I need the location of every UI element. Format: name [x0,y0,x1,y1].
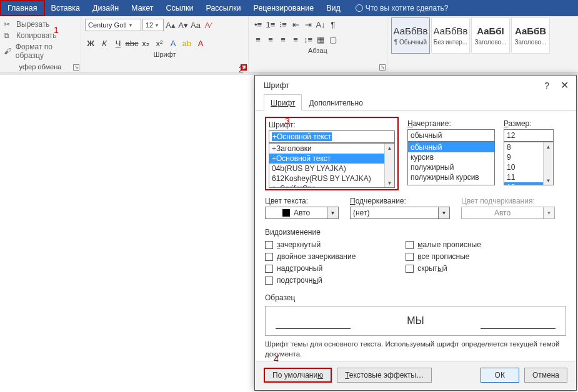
dialog-tab-advanced[interactable]: Дополнительно [302,94,369,110]
indent-icon[interactable]: ⇥ [302,19,314,30]
text-effects-button[interactable]: A [167,37,179,49]
superscript-button[interactable]: x² [154,37,165,49]
line-spacing-icon[interactable]: ↕≡ [302,34,314,45]
text-color-combo[interactable]: Авто ▼ [265,207,339,219]
highlight-button[interactable]: ab [181,37,192,49]
copy-label: Копировать [16,31,57,40]
group-styles: АаБбВв ¶ Обычный АаБбВв Без интер... АаБ… [387,16,578,72]
outdent-icon[interactable]: ⇤ [290,19,301,30]
font-color-button[interactable]: A [195,37,206,49]
subscript-button[interactable]: x₂ [140,37,151,49]
size-input[interactable]: 12 [504,129,554,142]
style-heading2[interactable]: АаБбВ Заголово... [511,17,550,54]
check-hidden[interactable]: скрытый [406,264,481,273]
copy-button[interactable]: ⧉ Копировать [4,30,77,41]
bullets-icon[interactable]: •≡ [252,19,264,30]
align-left-icon[interactable]: ≡ [252,34,264,45]
text-color-label: Цвет текста: [265,197,339,205]
ok-button[interactable]: ОК [481,368,519,383]
brush-icon: 🖌 [4,47,12,56]
chevron-down-icon[interactable]: ▼ [439,207,450,219]
tab-insert[interactable]: Вставка [45,0,86,16]
tab-review[interactable]: Рецензирование [247,0,321,16]
ribbon-body: ✂ Вырезать ⧉ Копировать 🖌 Формат по обра… [0,16,578,72]
align-right-icon[interactable]: ≡ [277,34,289,45]
tab-view[interactable]: Вид [320,0,347,16]
list-item[interactable]: a_SeriferCps [269,184,394,188]
chevron-down-icon[interactable]: ▼ [327,207,339,219]
format-painter-label: Формат по образцу [16,42,77,60]
size-listbox[interactable]: 8 9 10 11 12 ▲▼ [504,142,554,185]
align-center-icon[interactable]: ≡ [265,34,276,45]
tab-layout[interactable]: Макет [125,0,159,16]
list-item[interactable]: курсив [408,152,494,162]
default-button[interactable]: По умолчанию [264,368,332,383]
sample-text: МЫ [407,315,424,326]
pilcrow-icon[interactable]: ¶ [327,19,339,30]
check-strike[interactable]: зачеркнутый [265,240,356,249]
check-sub[interactable]: подстрочный [265,276,356,285]
tell-me[interactable]: Что вы хотите сделать? [347,0,449,16]
style-listbox[interactable]: обычный курсив полужирный полужирный кур… [407,142,495,185]
help-button[interactable]: ? [544,81,549,91]
cut-button[interactable]: ✂ Вырезать [4,19,77,30]
multilevel-icon[interactable]: ⁝≡ [277,19,289,30]
list-item[interactable]: 612Koshey(RUS BY LYAJKA) [269,174,394,184]
sort-icon[interactable]: A↓ [315,19,326,30]
copy-icon: ⧉ [4,31,12,40]
font-name-select[interactable]: Century Gotl▾ [85,19,141,31]
check-smallcaps[interactable]: малые прописные [406,240,481,249]
list-item[interactable]: +Заголовки [269,144,394,154]
text-effects-button[interactable]: Текстовые эффекты… [337,368,432,383]
bold-button[interactable]: Ж [85,37,96,49]
cancel-button[interactable]: Отмена [524,368,567,383]
clear-formatting-icon[interactable]: A⁄ [202,19,214,31]
style-label: Начертание: [407,119,495,128]
list-item[interactable]: полужирный [408,162,494,172]
clipboard-launcher[interactable]: ↘ [73,64,79,71]
italic-button[interactable]: К [99,37,110,49]
format-painter-button[interactable]: 🖌 Формат по образцу [4,41,77,61]
style-input[interactable]: обычный [407,129,495,142]
paragraph-launcher[interactable]: ↘ [379,64,386,71]
strike-button[interactable]: abc [126,37,137,49]
close-button[interactable]: ✕ [558,79,571,91]
grow-font-icon[interactable]: A▴ [165,19,176,31]
dialog-tab-font[interactable]: Шрифт [264,94,302,110]
tab-design[interactable]: Дизайн [86,0,125,16]
numbering-icon[interactable]: 1≡ [265,19,276,30]
font-field-group: Шрифт: +Основной текст +Заголовки +Основ… [265,117,399,190]
list-item[interactable]: +Основной текст [269,154,394,164]
borders-icon[interactable]: ▢ [327,34,339,45]
style-normal[interactable]: АаБбВв ¶ Обычный [391,17,430,54]
tab-references[interactable]: Ссылки [159,0,199,16]
list-item[interactable]: обычный [408,142,494,152]
size-label: Размер: [504,119,554,128]
shrink-font-icon[interactable]: A▾ [177,19,189,31]
check-allcaps[interactable]: все прописные [406,252,481,261]
dialog-tabs: Шрифт Дополнительно [255,94,576,110]
change-case-icon[interactable]: Aa [190,19,201,31]
shading-icon[interactable]: ▦ [315,34,326,45]
font-listbox[interactable]: +Заголовки +Основной текст 04b(RUS BY LY… [269,143,395,188]
underline-button[interactable]: Ч [112,37,124,49]
font-input[interactable]: +Основной текст [269,130,395,143]
annotation-1: 1 [54,25,59,35]
underline-combo[interactable]: (нет) ▼ [350,207,450,219]
check-dstrike[interactable]: двойное зачеркивание [265,252,356,261]
group-clipboard-title: уфер обмена [4,61,77,71]
tell-me-label: Что вы хотите сделать? [366,4,449,12]
list-item[interactable]: 04b(RUS BY LYAJKA) [269,164,394,174]
scrollbar[interactable]: ▲▼ [543,142,553,185]
scrollbar[interactable]: ▲▼ [384,144,394,187]
scissors-icon: ✂ [4,20,12,29]
justify-icon[interactable]: ≡ [290,34,301,45]
style-no-spacing[interactable]: АаБбВв Без интер... [431,17,470,54]
check-super[interactable]: надстрочный [265,264,356,273]
tab-home[interactable]: Главная [0,0,45,16]
list-item[interactable]: полужирный курсив [408,172,494,182]
style-heading1[interactable]: АаБбI Заголово... [471,17,510,54]
font-hint: Шрифт темы для основного текста. Использ… [265,340,566,359]
font-size-select[interactable]: 12▾ [142,19,164,31]
tab-mailings[interactable]: Рассылки [199,0,247,16]
